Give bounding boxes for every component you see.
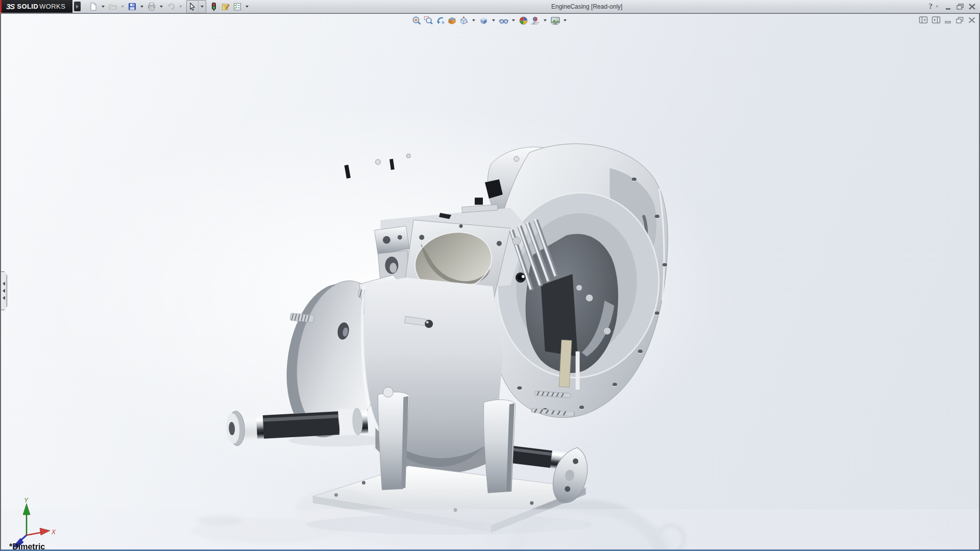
- doc-restore-button[interactable]: [955, 16, 964, 24]
- section-view-icon: [447, 16, 457, 26]
- zoom-to-fit-icon: [412, 16, 422, 26]
- open-dropdown-caret[interactable]: [121, 6, 124, 8]
- pedestal-right[interactable]: [484, 400, 516, 493]
- headsup-view-toolbar: [411, 15, 569, 26]
- zoom-to-area-button[interactable]: [423, 15, 434, 26]
- display-style-button[interactable]: [478, 15, 489, 26]
- triad-y-arrow: [23, 504, 30, 515]
- triad-x-arrow: [40, 528, 50, 535]
- apply-scene-button[interactable]: [530, 15, 541, 26]
- minimize-icon: [945, 3, 952, 10]
- view-orientation-icon: [459, 16, 469, 26]
- select-cursor-icon: [188, 3, 197, 11]
- section-view-button[interactable]: [447, 15, 457, 26]
- traffic-light-icon: [210, 2, 218, 11]
- document-window-controls: [919, 16, 976, 24]
- document-title: EngineCasing [Read-only]: [551, 3, 622, 10]
- apply-scene-icon: [530, 16, 540, 26]
- new-document-icon: [89, 2, 98, 11]
- brand-bold: SOLID: [17, 3, 38, 10]
- expand-panel-arrow-icon: [3, 289, 5, 293]
- window-accent-stripe: [0, 0, 2, 13]
- ds-logo-glyph: 3S: [6, 2, 14, 11]
- help-icon: ?: [929, 2, 933, 11]
- print-dropdown-caret[interactable]: [160, 6, 163, 8]
- solidworks-logo: 3S SOLID WORKS: [0, 0, 72, 13]
- hide-show-items-icon: [499, 16, 509, 26]
- logo-expand-arrow[interactable]: [74, 2, 81, 11]
- hide-show-items-caret[interactable]: [512, 19, 515, 21]
- collapse-panel-right-button[interactable]: [932, 16, 941, 24]
- display-style-icon: [479, 16, 488, 26]
- view-settings-caret[interactable]: [564, 19, 567, 21]
- expand-panel-arrow-icon: [3, 296, 5, 300]
- app-minimize-button[interactable]: [945, 3, 952, 10]
- brand-light: WORKS: [39, 3, 65, 10]
- traffic-light-button[interactable]: [208, 1, 219, 12]
- comment-icon: [221, 2, 230, 11]
- feature-panel-collapsed-tab[interactable]: [1, 271, 7, 310]
- collapse-panel-left-button[interactable]: [919, 16, 928, 24]
- options-button[interactable]: [232, 1, 243, 12]
- reflection-fade: [1, 509, 979, 549]
- comment-button[interactable]: [220, 1, 231, 12]
- save-icon: [128, 2, 137, 11]
- title-bar: 3S SOLID WORKS: [0, 0, 980, 13]
- edit-appearance-button[interactable]: [518, 15, 529, 26]
- open-icon: [108, 2, 117, 11]
- triad-y-label: Y: [24, 497, 29, 504]
- view-settings-icon: [550, 16, 560, 26]
- undo-icon: [166, 2, 176, 11]
- zoom-to-area-icon: [424, 16, 433, 26]
- app-close-button[interactable]: [968, 3, 976, 10]
- hide-show-items-button[interactable]: [498, 15, 509, 26]
- close-icon: [968, 3, 976, 10]
- print-button[interactable]: [146, 1, 157, 12]
- doc-close-icon: [968, 16, 976, 24]
- print-icon: [147, 2, 156, 11]
- main-toolbar: [88, 0, 251, 13]
- previous-view-button[interactable]: [435, 15, 446, 26]
- doc-close-button[interactable]: [968, 16, 976, 24]
- clutch-housing[interactable]: [485, 144, 671, 418]
- pedestal-left[interactable]: [378, 387, 409, 490]
- reference-triad[interactable]: Y X: [8, 496, 59, 547]
- select-button[interactable]: [187, 1, 199, 12]
- collapse-panel-left-icon: [919, 16, 928, 24]
- save-dropdown-caret[interactable]: [140, 6, 143, 8]
- doc-minimize-button[interactable]: [944, 16, 952, 23]
- options-icon: [233, 2, 242, 11]
- engine-casing-model[interactable]: [1, 14, 979, 549]
- zoom-to-fit-button[interactable]: [411, 15, 422, 26]
- save-button[interactable]: [127, 1, 138, 12]
- previous-view-icon: [435, 16, 445, 26]
- select-dropdown[interactable]: [199, 1, 206, 12]
- edit-appearance-icon: [519, 16, 528, 26]
- restore-icon: [956, 3, 964, 10]
- help-dropdown-caret[interactable]: [936, 6, 939, 8]
- select-button-group: [186, 0, 206, 13]
- collapse-panel-right-icon: [932, 16, 941, 24]
- doc-restore-icon: [955, 16, 964, 24]
- open-button[interactable]: [107, 1, 118, 12]
- new-document-button[interactable]: [88, 1, 99, 12]
- graphics-viewport[interactable]: Y X *Dimetric: [0, 13, 980, 551]
- undo-dropdown-caret[interactable]: [179, 6, 182, 8]
- doc-minimize-icon: [944, 16, 952, 23]
- help-button[interactable]: ?: [929, 2, 941, 11]
- engine-casing-assembly[interactable]: [225, 144, 671, 533]
- expand-panel-arrow-icon: [3, 282, 5, 286]
- view-orientation-label: *Dimetric: [9, 542, 45, 551]
- undo-button[interactable]: [165, 1, 177, 12]
- options-dropdown-caret[interactable]: [246, 6, 249, 8]
- triad-x-label: X: [51, 529, 56, 536]
- app-restore-button[interactable]: [956, 3, 964, 10]
- apply-scene-caret[interactable]: [544, 19, 547, 21]
- display-style-caret[interactable]: [492, 19, 495, 21]
- titlebar-right-controls: ?: [929, 0, 976, 13]
- view-settings-button[interactable]: [550, 15, 560, 26]
- view-orientation-caret[interactable]: [472, 19, 475, 21]
- view-orientation-button[interactable]: [458, 15, 469, 26]
- new-dropdown-caret[interactable]: [102, 6, 105, 8]
